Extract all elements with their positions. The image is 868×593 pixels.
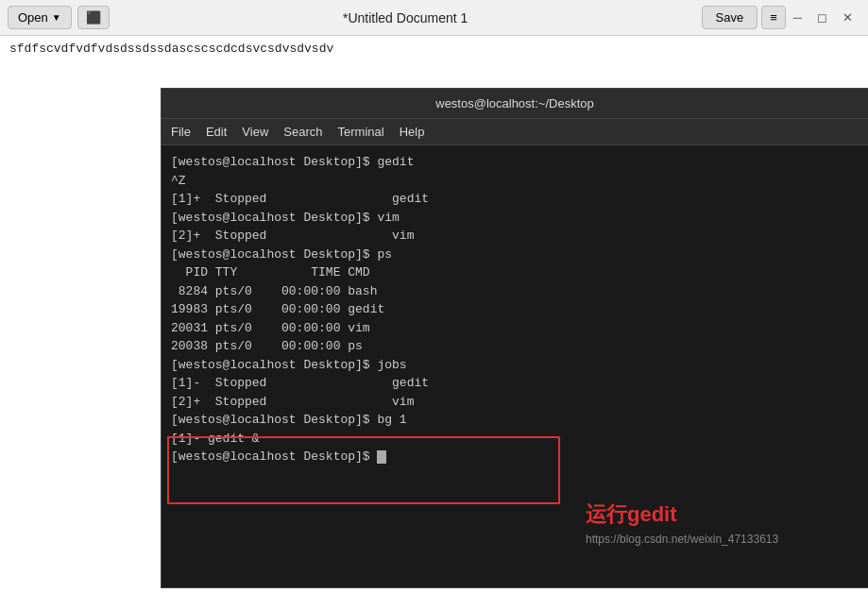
terminal-title: westos@localhost:~/Desktop [435,96,593,110]
annotation-area: 运行gedit https://blog.csdn.net/weixin_471… [586,500,778,546]
terminal-line-3: [1]+ Stopped gedit [171,190,859,209]
menu-button[interactable]: ≡ [761,6,786,29]
terminal-line-18: [westos@localhost Desktop]$ [171,448,859,466]
terminal-menubar: File Edit View Search Terminal Help [162,119,868,145]
terminal-line-9: 8284 pts/0 00:00:00 bash [171,282,859,301]
close-button[interactable]: ✕ [835,7,860,28]
terminal-menu-terminal[interactable]: Terminal [338,125,384,139]
screenshot-button[interactable]: ⬛ [77,6,110,29]
terminal-line-1: [westos@localhost Desktop]$ gedit [171,153,859,172]
open-button[interactable]: Open ▼ [8,6,72,29]
terminal-line-12: 20038 pts/0 00:00:00 ps [171,337,859,356]
document-title: *Untitled Document 1 [110,10,702,25]
terminal-line-14: [1]- Stopped gedit [171,374,859,393]
save-button[interactable]: Save [702,6,758,29]
terminal-line-4: [westos@localhost Desktop]$ vim [171,209,859,228]
terminal-menu-help[interactable]: Help [400,125,425,139]
terminal-line-13: [westos@localhost Desktop]$ jobs [171,356,859,375]
terminal-menu-edit[interactable]: Edit [206,125,227,139]
gedit-text: sfdfscvdfvdfvdsdssdssdascscscdcdsvcsdvsd… [9,42,333,56]
maximize-button[interactable]: ◻ [809,7,835,28]
terminal-line-15: [2]+ Stopped vim [171,393,859,412]
terminal-cursor [377,450,386,464]
terminal-line-17: [1]- gedit & [171,430,859,449]
screenshot-icon: ⬛ [86,10,101,25]
open-label: Open [18,10,48,25]
gedit-editor[interactable]: sfdfscvdfvdfvdsdssdssdascscscdcdsvcsdvsd… [0,36,868,76]
gedit-titlebar: Open ▼ ⬛ *Untitled Document 1 Save ≡ ─ ◻… [0,0,868,36]
terminal-menu-view[interactable]: View [242,125,268,139]
terminal-line-16: [westos@localhost Desktop]$ bg 1 [171,411,859,430]
terminal-line-2: ^Z [171,172,859,191]
terminal-titlebar: westos@localhost:~/Desktop [162,89,868,119]
minimize-button[interactable]: ─ [786,7,809,28]
terminal-menu-file[interactable]: File [171,125,191,139]
terminal-menu-search[interactable]: Search [283,125,322,139]
terminal-line-6: [2]+ Stopped vim [171,227,859,246]
terminal-line-11: 20031 pts/0 00:00:00 vim [171,319,859,338]
terminal-line-8: PID TTY TIME CMD [171,263,859,282]
annotation-url: https://blog.csdn.net/weixin_47133613 [586,533,778,546]
terminal-line-10: 19983 pts/0 00:00:00 gedit [171,300,859,319]
open-arrow: ▼ [52,12,61,23]
terminal-line-7: [westos@localhost Desktop]$ ps [171,246,859,264]
annotation-text: 运行gedit [586,500,677,529]
